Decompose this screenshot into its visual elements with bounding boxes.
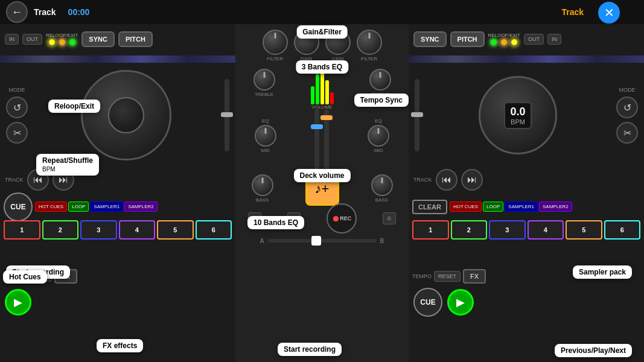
rec-button[interactable]: ⏺ REC	[327, 203, 357, 233]
left-tab-sampler2[interactable]: SAMPLER2	[124, 202, 158, 212]
bass-right-circle[interactable]	[371, 174, 393, 196]
left-mode-section: MODE ↺ ✂	[6, 87, 28, 144]
left-pitch-slider[interactable]	[225, 79, 229, 151]
mixer-equalizer-button[interactable]: ⊞	[287, 212, 301, 224]
left-tempo-row: TEMPO RESET FX	[0, 265, 235, 287]
left-tab-hotcues[interactable]: HOT CUES	[35, 202, 67, 212]
left-jog-wheel[interactable]	[81, 70, 171, 160]
sampler-add-button[interactable]: ♪+	[305, 172, 339, 206]
mixer-target-button[interactable]: ⊙	[383, 212, 396, 224]
left-repeat-button[interactable]: ↺	[6, 97, 28, 118]
right-tab-hotcues[interactable]: HOT CUES	[450, 202, 482, 212]
right-in-button[interactable]: IN	[547, 34, 561, 45]
left-pad-4[interactable]: 4	[119, 220, 156, 240]
right-pitch-button[interactable]: PITCH	[450, 31, 485, 47]
crossfader[interactable]	[268, 239, 377, 243]
right-fader-thumb	[320, 115, 333, 120]
left-pads-grid: 1 2 3 4 5 6	[0, 220, 235, 265]
left-volume-fader[interactable]	[314, 109, 319, 170]
right-pads-grid: 1 2 3 4 5 6	[409, 220, 644, 265]
bass-left-circle[interactable]	[252, 174, 273, 196]
right-deck: SYNC PITCH RELOOP/EXIT OUT IN	[409, 24, 644, 362]
gain-left-knob-circle[interactable]	[294, 30, 319, 55]
left-pitch-thumb	[221, 112, 233, 117]
filter-right-label: FILTER	[361, 56, 377, 62]
left-play-button[interactable]: ▶	[5, 289, 31, 316]
left-mode-label: MODE	[9, 87, 25, 93]
right-pad-3[interactable]: 3	[489, 220, 526, 240]
left-in-button[interactable]: IN	[5, 34, 19, 45]
right-pitch-slider[interactable]	[415, 79, 419, 151]
right-tab-loop[interactable]: LOOP	[483, 202, 503, 212]
bass-row: BASS ♪+ BASS	[235, 172, 409, 205]
right-pad-4[interactable]: 4	[528, 220, 564, 240]
right-pad-5[interactable]: 5	[566, 220, 602, 240]
right-tab-sampler1[interactable]: SAMPLER1	[505, 202, 538, 212]
right-play-row: CUE ▶	[409, 287, 644, 317]
right-pitch-slider-area	[415, 64, 419, 167]
left-tab-loop[interactable]: LOOP	[68, 202, 89, 212]
right-shuffle-button[interactable]: ✂	[616, 122, 638, 144]
right-bpm-value: 0.0	[510, 106, 525, 118]
right-play-button[interactable]: ▶	[447, 289, 474, 316]
filter-left-knob-circle[interactable]	[263, 30, 288, 55]
right-tempo-label: TEMPO	[412, 273, 432, 279]
right-repeat-button[interactable]: ↺	[616, 97, 638, 118]
right-prev-button[interactable]: ⏮	[436, 169, 457, 191]
treble-row: TREBLE VOLUME TREBLE	[235, 66, 409, 100]
right-cue-button[interactable]: CUE	[413, 288, 442, 317]
left-pad-5[interactable]: 5	[157, 220, 194, 240]
right-reset-button[interactable]: RESET	[434, 271, 461, 282]
right-cue-pads-row: CLEAR HOT CUES LOOP SAMPLER1 SAMPLER2	[409, 193, 644, 220]
right-reloop-label: RELOOP/EXIT	[488, 33, 520, 38]
left-out-button[interactable]: OUT	[22, 34, 42, 45]
left-pad-2[interactable]: 2	[42, 220, 79, 240]
treble-left-circle[interactable]	[253, 69, 275, 91]
right-out-button[interactable]: OUT	[524, 34, 544, 45]
left-fx-button[interactable]: FX	[54, 269, 77, 284]
left-pad-3[interactable]: 3	[80, 220, 117, 240]
right-waveform	[409, 56, 644, 63]
back-button[interactable]: ←	[6, 1, 28, 23]
right-pad-1[interactable]: 1	[412, 220, 449, 240]
left-next-button[interactable]: ⏭	[53, 169, 74, 191]
filter-right-knob-circle[interactable]	[357, 30, 382, 55]
right-pad-tabs: HOT CUES LOOP SAMPLER1 SAMPLER2	[450, 202, 572, 212]
cf-a-label: A	[260, 238, 264, 244]
left-tab-sampler1[interactable]: SAMPLER1	[90, 202, 123, 212]
right-volume-fader[interactable]	[324, 109, 329, 170]
right-tab-sampler2[interactable]: SAMPLER2	[539, 202, 572, 212]
gain-right-knob-circle[interactable]	[325, 30, 351, 55]
right-sync-button[interactable]: SYNC	[413, 31, 447, 47]
fx-effects-tooltip: FX effects	[97, 339, 143, 352]
mixer-settings-button[interactable]: ⚙	[248, 212, 261, 224]
right-fx-button[interactable]: FX	[463, 269, 486, 284]
right-next-button[interactable]: ⏭	[461, 169, 483, 191]
mixer: FILTER GAIN GAIN FILTER TREBLE	[235, 24, 409, 362]
close-button[interactable]: ✕	[598, 2, 620, 24]
track-label-left: Track	[34, 7, 56, 17]
left-shuffle-button[interactable]: ✂	[6, 122, 28, 144]
right-pad-2[interactable]: 2	[451, 220, 488, 240]
right-track-buttons: TRACK ⏮ ⏭	[409, 167, 644, 193]
right-clear-button[interactable]: CLEAR	[412, 200, 447, 214]
left-cue-button[interactable]: CUE	[4, 192, 33, 221]
right-pad-6[interactable]: 6	[604, 220, 641, 240]
left-sync-button[interactable]: SYNC	[81, 31, 115, 47]
left-pitch-button[interactable]: PITCH	[118, 31, 153, 47]
left-prev-button[interactable]: ⏮	[27, 169, 49, 191]
left-pad-6[interactable]: 6	[196, 220, 232, 240]
left-led-green	[68, 38, 77, 46]
eq-right-circle[interactable]	[368, 125, 389, 147]
mid-right-label: MID	[374, 148, 383, 153]
left-pad-1[interactable]: 1	[4, 220, 40, 240]
eq-left-circle[interactable]	[255, 125, 276, 147]
track-label-right: Track	[561, 7, 584, 17]
right-jog-wheel[interactable]: 0.0 BPM	[479, 76, 557, 154]
left-reset-button[interactable]: RESET	[25, 271, 52, 282]
mid-faders-row: EQ MID EQ MID	[235, 100, 409, 172]
left-fader-thumb	[311, 124, 323, 129]
left-deck-top: IN OUT RELOOP/EXIT SYNC PITCH	[0, 24, 235, 54]
left-cue-pads-row: CUE HOT CUES LOOP SAMPLER1 SAMPLER2	[0, 193, 235, 220]
treble-right-circle[interactable]	[369, 69, 391, 91]
